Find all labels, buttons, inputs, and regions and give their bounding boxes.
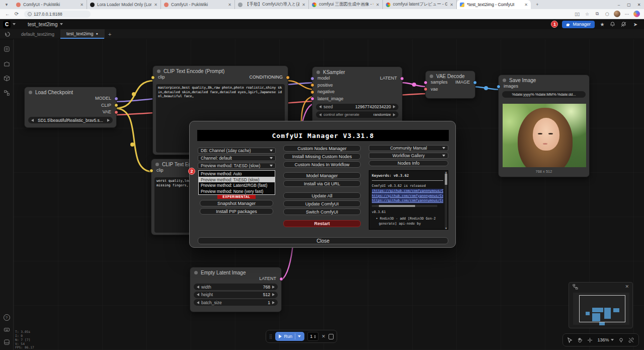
generated-image-preview[interactable] (503, 104, 586, 167)
stepper-icons[interactable] (314, 335, 316, 338)
copilot-icon[interactable] (633, 11, 640, 17)
update-comfyui-button[interactable]: Update ComfyUI (283, 200, 361, 207)
toggle-lightbulb-icon[interactable] (618, 337, 624, 343)
input-pin-clip[interactable] (151, 76, 155, 80)
next-arrow-icon[interactable] (393, 113, 395, 116)
back-icon[interactable]: ← (3, 11, 12, 17)
close-button[interactable]: Close (198, 237, 448, 244)
tab-close-icon[interactable]: ✕ (524, 3, 528, 7)
workflow-tab-default[interactable]: default_text2img (15, 29, 60, 39)
batch-size-widget[interactable]: batch_size 1 (194, 299, 278, 306)
output-pin-clip[interactable] (114, 103, 118, 107)
browser-tab-1[interactable]: ComfyUI - PukiWiki ✕ (13, 0, 87, 9)
dropdown-option[interactable]: Preview method: None (very fast) (199, 188, 275, 194)
dropdown-option[interactable]: Preview method: Auto (199, 171, 275, 177)
input-pin-positive[interactable] (310, 83, 314, 87)
collapse-dot[interactable] (155, 163, 159, 166)
node-empty-latent-image[interactable]: Empty Latent Image LATENT width 768 heig… (190, 267, 282, 312)
workflow-name-menu[interactable]: test_text2img (28, 22, 63, 27)
comfyui-logo[interactable]: C (3, 21, 11, 28)
install-pip-packages-button[interactable]: Install PIP packages (200, 208, 273, 215)
ckpt-name-widget[interactable]: SD1.5\beautifulRealistic_brav5.s... (28, 117, 113, 123)
minimap-close-icon[interactable]: ✕ (625, 284, 629, 289)
horizontal-scrollbar[interactable] (372, 205, 437, 207)
collapse-dot[interactable] (503, 79, 506, 82)
refresh-icon[interactable]: ⟳ (12, 11, 21, 17)
input-pin-latent-image[interactable] (310, 97, 314, 101)
tab-close-icon[interactable]: ✕ (376, 3, 379, 7)
sidebar-model-library-icon[interactable] (3, 75, 11, 82)
db-channel-select[interactable]: DB: Channel (1day cache) (198, 148, 276, 154)
tab-close-icon[interactable]: ✕ (154, 3, 157, 7)
prev-arrow-icon[interactable] (197, 286, 199, 289)
browser-tab-active[interactable]: *test_text2img - ComfyUI ✕ (457, 0, 531, 9)
news-link[interactable]: (https://github.com/comfyanonymous/Co (372, 189, 443, 194)
browser-tab-5[interactable]: comfyui 三面図生成中画像 - Google ✕ (309, 0, 383, 9)
tab-close-icon[interactable]: ✕ (80, 3, 84, 7)
sidebar-workflows-icon[interactable] (3, 89, 11, 97)
tab-close-icon[interactable]: ✕ (450, 3, 453, 7)
seed-widget[interactable]: seed 129677420234220 (316, 104, 398, 110)
custom-nodes-manager-button[interactable]: Custom Nodes Manager (283, 145, 361, 152)
community-manual-select[interactable]: Community Manual (369, 145, 448, 151)
prev-arrow-icon[interactable] (197, 293, 199, 296)
site-info-icon[interactable]: i (28, 12, 32, 16)
news-link[interactable]: https://github.com/comfyanonymous/Com (372, 198, 443, 203)
node-ksampler[interactable]: KSampler model LATENT positive negative … (312, 66, 403, 124)
browser-tab-4[interactable]: 【手順】ComfyUIの導入と(基本編 ✕ (235, 0, 309, 9)
workflow-tab-active[interactable]: test_text2img ● (60, 29, 104, 39)
add-workflow-button[interactable]: + (104, 29, 115, 39)
pan-hand-icon[interactable] (577, 337, 583, 343)
close-icon[interactable]: ✕ (634, 0, 644, 9)
workflow-gallery-select[interactable]: Workflow Gallery (369, 153, 448, 159)
minimize-icon[interactable]: – (614, 0, 624, 9)
manager-news-panel[interactable]: Keywords: v0.3.62 ComfyUI v0.3.62 is rel… (369, 170, 448, 230)
toggle-links-icon[interactable] (628, 337, 634, 343)
manager-button[interactable]: Manager (562, 21, 595, 28)
more-menu-icon[interactable]: ⋯ (623, 11, 630, 18)
stop-icon[interactable] (329, 334, 334, 339)
input-pin-vae[interactable] (424, 87, 428, 91)
star-icon[interactable]: ★ (599, 22, 606, 27)
input-pin-samples[interactable] (424, 81, 428, 85)
collections-icon[interactable]: ⧉ (594, 11, 601, 18)
width-widget[interactable]: width 768 (194, 284, 278, 290)
next-arrow-icon[interactable] (272, 293, 275, 296)
minimap-canvas[interactable] (573, 293, 629, 325)
tab-search-icon[interactable]: ▾ (0, 0, 13, 9)
workflow-panel-toggle[interactable] (0, 29, 15, 39)
next-arrow-icon[interactable] (272, 301, 275, 304)
output-pin-model[interactable] (114, 97, 118, 101)
cursor-share-icon[interactable]: ➤ (632, 22, 639, 27)
new-tab-button[interactable]: + (531, 0, 544, 9)
install-via-git-url-button[interactable]: Install via Git URL (283, 180, 361, 187)
notification-bell-icon[interactable] (610, 22, 617, 27)
dropdown-option[interactable]: Preview method: Latent2RGB (fast) (199, 182, 275, 188)
maximize-icon[interactable]: ▢ (624, 0, 634, 9)
next-arrow-icon[interactable] (107, 119, 110, 122)
update-all-button[interactable]: Update All (283, 192, 361, 199)
output-pin-latent[interactable] (279, 277, 283, 281)
restart-button[interactable]: Restart (283, 220, 361, 227)
browser-tab-6[interactable]: comfyui latentプレビュー - Google ✕ (383, 0, 457, 9)
height-widget[interactable]: height 512 (194, 292, 278, 298)
split-screen-icon[interactable]: ▯▯ (574, 11, 581, 18)
filename-prefix-widget[interactable]: %date:yyyy%-%date:MM%-%date:dd... (502, 91, 586, 98)
output-pin-conditioning[interactable] (286, 76, 290, 80)
next-arrow-icon[interactable] (393, 105, 395, 108)
collapse-dot[interactable] (430, 75, 433, 78)
channel-select[interactable]: Channel: default (198, 155, 276, 161)
snapshot-manager-button[interactable]: Snapshot Manager (200, 200, 273, 206)
prev-arrow-icon[interactable] (31, 119, 34, 122)
fit-view-icon[interactable] (587, 337, 593, 343)
collapse-dot[interactable] (157, 69, 160, 73)
collapse-dot[interactable] (316, 71, 320, 74)
notification-bell-2-icon[interactable] (621, 22, 628, 27)
preview-method-select[interactable]: Preview method: TAESD (slow) (198, 163, 276, 169)
cancel-run-icon[interactable]: ✕ (321, 334, 326, 339)
logo-menu-caret-icon[interactable] (13, 23, 16, 25)
output-pin-latent[interactable] (400, 77, 404, 81)
collapse-dot[interactable] (194, 271, 198, 274)
output-pin-vae[interactable] (114, 110, 118, 114)
output-pin-image[interactable] (473, 81, 477, 85)
